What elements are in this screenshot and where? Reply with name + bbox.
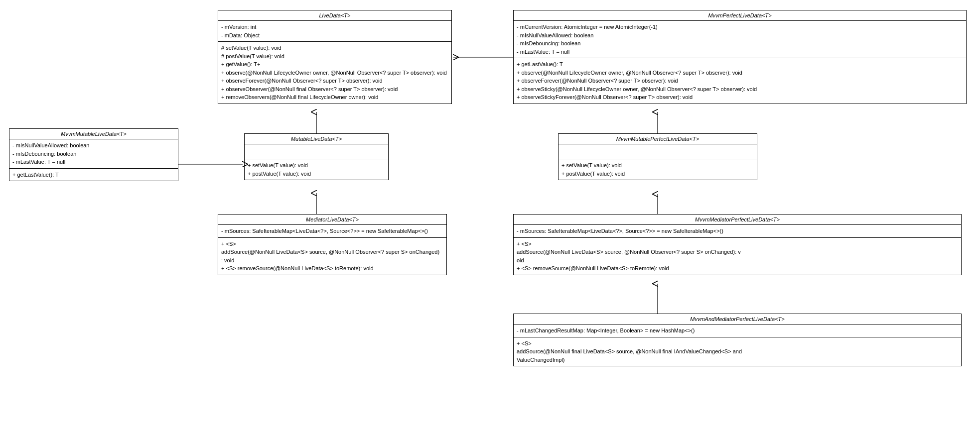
diagram-container: LiveData<T> - mVersion: int- mData: Obje… bbox=[0, 0, 980, 430]
class-mvvmperfectlivedata-methods: + getLastValue(): T+ observe(@NonNull Li… bbox=[514, 58, 966, 104]
class-mvvmmediatorperfectlivedata-methods: + <S>addSource(@NonNull LiveData<S> sour… bbox=[514, 238, 961, 275]
class-mediatorlivedata-fields: - mSources: SafeIterableMap<LiveData<?>,… bbox=[218, 225, 446, 238]
class-mvvmmutablelivedata: MvvmMutableLiveData<T> - mIsNullValueAll… bbox=[9, 128, 178, 181]
class-mvvmandmediatorperfectlivedata-fields: - mLastChangedResultMap: Map<Integer, Bo… bbox=[514, 324, 961, 337]
class-mvvmandmediatorperfectlivedata-methods: + <S>addSource(@NonNull final LiveData<S… bbox=[514, 337, 961, 366]
class-mutablelivedata: MutableLiveData<T> + setValue(T value): … bbox=[244, 133, 389, 180]
class-mvvmmediatorperfectlivedata-title: MvvmMediatorPerfectLiveData<T> bbox=[514, 215, 961, 225]
class-mvvmmutablelivedata-methods: + getLastValue(): T bbox=[9, 169, 178, 181]
class-mvvmmutableperfectlivedata-fields bbox=[559, 144, 757, 159]
class-livedata-methods: # setValue(T value): void# postValue(T v… bbox=[218, 42, 451, 104]
class-mvvmmediatorperfectlivedata-fields: - mSources: SafeIterableMap<LiveData<?>,… bbox=[514, 225, 961, 238]
class-mvvmperfectlivedata: MvvmPerfectLiveData<T> - mCurrentVersion… bbox=[513, 10, 967, 104]
class-mutablelivedata-fields bbox=[245, 144, 388, 159]
class-mutablelivedata-title: MutableLiveData<T> bbox=[245, 134, 388, 144]
class-mvvmperfectlivedata-fields: - mCurrentVersion: AtomicInteger = new A… bbox=[514, 21, 966, 58]
class-livedata-fields: - mVersion: int- mData: Object bbox=[218, 21, 451, 42]
class-livedata: LiveData<T> - mVersion: int- mData: Obje… bbox=[218, 10, 452, 104]
class-mvvmandmediatorperfectlivedata: MvvmAndMediatorPerfectLiveData<T> - mLas… bbox=[513, 314, 962, 366]
class-mvvmmutableperfectlivedata-methods: + setValue(T value): void+ postValue(T v… bbox=[559, 159, 757, 180]
class-mediatorlivedata-title: MediatorLiveData<T> bbox=[218, 215, 446, 225]
class-livedata-title: LiveData<T> bbox=[218, 10, 451, 21]
class-mvvmperfectlivedata-title: MvvmPerfectLiveData<T> bbox=[514, 10, 966, 21]
class-mvvmmutableperfectlivedata-title: MvvmMutablePerfectLiveData<T> bbox=[559, 134, 757, 144]
class-mediatorlivedata: MediatorLiveData<T> - mSources: SafeIter… bbox=[218, 214, 447, 275]
class-mvvmmutablelivedata-fields: - mIsNullValueAllowed: boolean- mIsDebou… bbox=[9, 139, 178, 169]
class-mutablelivedata-methods: + setValue(T value): void+ postValue(T v… bbox=[245, 159, 388, 180]
class-mvvmmutableperfectlivedata: MvvmMutablePerfectLiveData<T> + setValue… bbox=[558, 133, 757, 180]
class-mvvmmutablelivedata-title: MvvmMutableLiveData<T> bbox=[9, 129, 178, 139]
class-mvvmandmediatorperfectlivedata-title: MvvmAndMediatorPerfectLiveData<T> bbox=[514, 314, 961, 324]
class-mediatorlivedata-methods: + <S>addSource(@NonNull LiveData<S> sour… bbox=[218, 238, 446, 275]
class-mvvmmediatorperfectlivedata: MvvmMediatorPerfectLiveData<T> - mSource… bbox=[513, 214, 962, 275]
